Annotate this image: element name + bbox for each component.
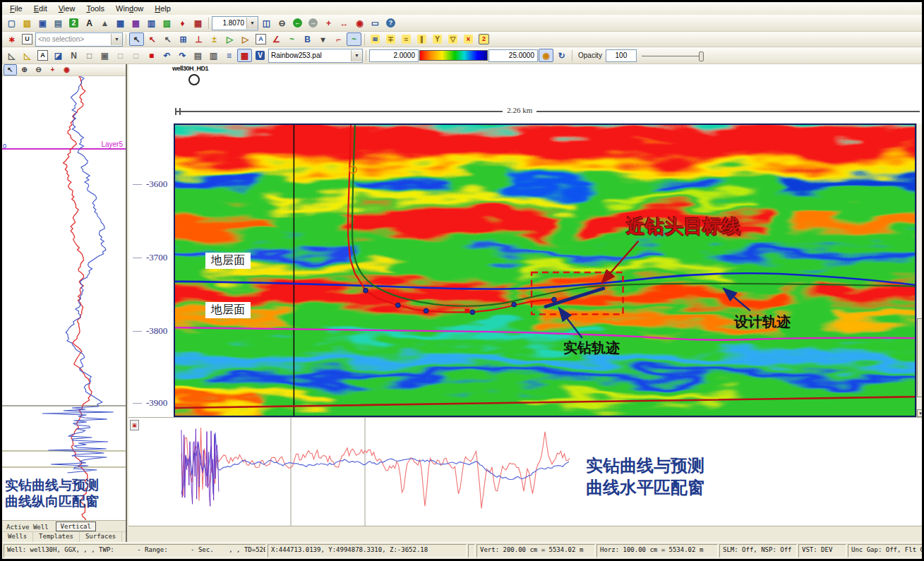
map-view-icon[interactable]: ▩ <box>128 16 143 30</box>
fork-icon[interactable]: Y <box>430 32 445 46</box>
group-add-icon[interactable]: ▣ <box>97 49 112 62</box>
pan-hand-icon[interactable]: ◉ <box>60 64 73 76</box>
select-points-icon[interactable]: ↖ <box>145 32 160 46</box>
flatten-icon[interactable]: ± <box>207 32 222 46</box>
select-grid-icon[interactable]: ⊞ <box>176 32 191 46</box>
save-layout-icon[interactable]: ▥ <box>206 49 221 62</box>
cursor-icon[interactable]: ↖ <box>4 64 17 76</box>
zoom-window-icon[interactable]: ◫ <box>259 16 274 30</box>
forward-icon[interactable]: → <box>306 16 320 30</box>
zoom-out-icon[interactable]: ⊖ <box>275 16 289 30</box>
tab-vertical[interactable]: Vertical <box>56 521 96 531</box>
palette-name[interactable] <box>269 51 351 61</box>
chevron-down-icon[interactable]: ▼ <box>351 50 362 61</box>
zoom-level-combo[interactable]: ▼ <box>212 16 258 30</box>
zoom-in-icon[interactable]: ⊕ <box>18 64 31 76</box>
redo-icon[interactable]: ↷ <box>175 49 190 62</box>
palette-combo[interactable]: ▼ <box>268 49 363 63</box>
flag-icon[interactable]: ◪ <box>51 49 66 62</box>
stop-icon[interactable]: ■ <box>144 49 159 62</box>
list-icon[interactable]: ≡ <box>222 49 236 62</box>
dropdown-more-icon[interactable]: ▾ <box>316 32 330 46</box>
log-display-area[interactable]: 0 Layer5 实钻曲线与预测 曲线纵向匹配窗 <box>2 76 126 520</box>
post-well-icon[interactable]: ⊥ <box>191 32 206 46</box>
save-icon[interactable]: ▣ <box>35 16 50 30</box>
chevron-down-icon[interactable]: ▼ <box>111 34 122 45</box>
zoom-out-icon[interactable]: ⊖ <box>32 64 45 76</box>
user-icon[interactable]: ◉ <box>539 49 553 62</box>
selection-combo[interactable]: ▼ <box>35 32 123 47</box>
horizon-pick-icon[interactable]: ∓ <box>383 32 398 46</box>
angle-icon[interactable]: ∠ <box>269 32 284 46</box>
select-cursor-icon[interactable]: ↖ <box>129 32 144 46</box>
annotation-icon[interactable]: A <box>82 16 97 30</box>
label-a-icon[interactable]: A <box>35 49 50 62</box>
horizontal-match-panel[interactable]: ▣ 实钻曲线与预测 曲线水平匹配窗 <box>128 417 922 526</box>
refresh-icon[interactable]: ↻ <box>554 49 569 62</box>
help-icon[interactable]: ? <box>383 16 398 30</box>
polygon-icon[interactable]: ▽ <box>445 32 460 46</box>
open-folder-icon[interactable]: ▨ <box>20 16 35 30</box>
seismic-section[interactable] <box>174 123 916 417</box>
opacity-field[interactable] <box>606 49 637 62</box>
scrollbar-thumb[interactable] <box>917 318 922 397</box>
node-edit-icon[interactable]: N <box>66 49 81 62</box>
calculator-icon[interactable]: ▦ <box>191 16 205 30</box>
crossplot-icon[interactable]: ▲ <box>97 16 112 30</box>
chevron-down-icon[interactable]: ▼ <box>246 18 258 29</box>
new-document-icon[interactable]: ▢ <box>4 16 19 30</box>
menu-edit[interactable]: Edit <box>28 4 53 13</box>
scroll-down-button[interactable]: ▼ <box>917 409 922 417</box>
auto-pick-icon[interactable]: A <box>253 32 268 46</box>
tab-active-well[interactable]: Active Well <box>2 523 53 531</box>
triangle-yellow-icon[interactable]: ◺ <box>20 49 35 62</box>
delete-pick-icon[interactable]: × <box>461 32 476 46</box>
fit-width-icon[interactable]: ↔ <box>337 16 352 30</box>
curve-edit-icon[interactable]: ~ <box>284 32 299 46</box>
pan-hand-icon[interactable]: ◉ <box>352 16 367 30</box>
horizon-wave-icon[interactable]: ≋ <box>368 32 383 46</box>
unit-icon[interactable]: U <box>20 32 35 46</box>
fit-all-icon[interactable]: + <box>321 16 336 30</box>
print-icon[interactable]: ▤ <box>51 16 66 30</box>
menu-tools[interactable]: Tools <box>80 4 110 13</box>
menu-help[interactable]: Help <box>149 4 176 13</box>
ghost-curve-icon[interactable]: ▷ <box>222 32 237 46</box>
selection-value[interactable] <box>36 35 111 44</box>
opacity-slider[interactable] <box>642 51 704 61</box>
monitor-icon[interactable]: ▭ <box>368 16 383 30</box>
group-icon[interactable]: □ <box>82 49 97 62</box>
tab-templates[interactable]: Templates <box>33 532 80 542</box>
horizon-track-icon[interactable]: ≈ <box>399 32 414 46</box>
range-min-field[interactable] <box>369 49 419 62</box>
zoom-level-value[interactable] <box>212 18 246 28</box>
vertical-scrollbar[interactable]: ▼ <box>916 123 922 417</box>
ungroup-icon[interactable]: □ <box>113 49 128 62</box>
marker-star-icon[interactable]: ∗ <box>4 32 19 46</box>
borehole-icon[interactable]: B <box>300 32 315 46</box>
log-curve-icon[interactable]: ~ <box>347 32 361 46</box>
fit-view-icon[interactable]: + <box>46 64 59 76</box>
grid-view-icon[interactable]: ▦ <box>113 16 128 30</box>
section-view-icon[interactable]: ▥ <box>144 16 159 30</box>
well-display-icon[interactable]: ♦ <box>175 16 190 30</box>
tab-wells[interactable]: Wells <box>2 532 33 542</box>
color-section-icon[interactable]: ▧ <box>160 16 174 30</box>
snap-icon[interactable]: ▷ <box>238 32 253 46</box>
menu-file[interactable]: File <box>4 4 28 13</box>
notes-icon[interactable]: 2 <box>66 16 81 30</box>
track-icon[interactable]: ⌐ <box>331 32 346 46</box>
palette-icon[interactable]: ▦ <box>237 49 252 62</box>
menu-window[interactable]: Window <box>110 4 149 13</box>
slider-thumb[interactable] <box>699 52 704 61</box>
copy-layout-icon[interactable]: ▤ <box>191 49 205 62</box>
range-max-field[interactable] <box>488 49 538 62</box>
redo-pick-icon[interactable]: 2 <box>476 32 491 46</box>
select-lasso-icon[interactable]: ↖ <box>160 32 175 46</box>
back-icon[interactable]: ← <box>290 16 305 30</box>
velocity-icon[interactable]: V <box>253 49 268 62</box>
hatch-fill-icon[interactable]: ∥ <box>414 32 429 46</box>
menu-view[interactable]: View <box>53 4 81 13</box>
ungroup-all-icon[interactable]: □ <box>128 49 143 62</box>
triangle-white-icon[interactable]: ◺ <box>4 49 19 62</box>
